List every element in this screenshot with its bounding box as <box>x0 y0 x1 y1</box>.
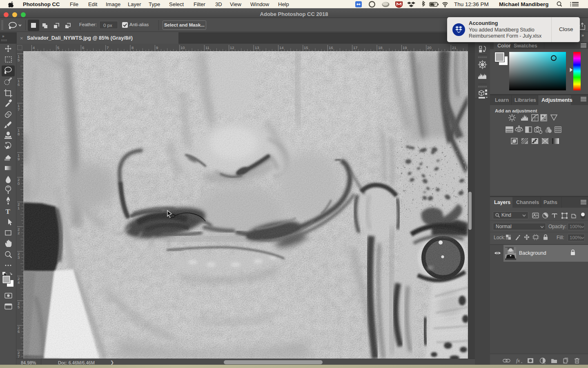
svg-text:fx: fx <box>516 357 520 364</box>
svg-text:15: 15 <box>304 45 308 50</box>
svg-text:5: 5 <box>18 305 20 309</box>
svg-text:20: 20 <box>427 45 432 50</box>
svg-text:3: 3 <box>18 255 20 260</box>
svg-text:6: 6 <box>82 45 84 50</box>
svg-text:2: 2 <box>18 231 20 235</box>
svg-text:13: 13 <box>255 45 259 50</box>
svg-text:7: 7 <box>18 354 20 359</box>
svg-text:18: 18 <box>378 45 383 50</box>
svg-text:0: 0 <box>18 181 20 186</box>
svg-text:19: 19 <box>403 45 407 50</box>
svg-text:12: 12 <box>230 45 234 50</box>
svg-text:21: 21 <box>452 45 457 50</box>
svg-text:11: 11 <box>205 45 209 50</box>
svg-text:1: 1 <box>18 206 20 210</box>
svg-text:T: T <box>6 208 11 215</box>
svg-text:6: 6 <box>18 329 20 334</box>
svg-text:4: 4 <box>18 280 20 285</box>
svg-text:10: 10 <box>180 45 185 50</box>
svg-text:5: 5 <box>18 58 20 62</box>
svg-text:9: 9 <box>18 157 20 161</box>
svg-text:8: 8 <box>131 45 134 50</box>
svg-text:7: 7 <box>18 107 20 112</box>
svg-text:14: 14 <box>279 45 284 50</box>
svg-text:4: 4 <box>33 45 35 50</box>
svg-text:6: 6 <box>18 82 20 87</box>
svg-text:9: 9 <box>156 45 158 50</box>
svg-text:17: 17 <box>353 45 358 50</box>
svg-text:5: 5 <box>57 45 59 50</box>
svg-text:7: 7 <box>107 45 109 50</box>
svg-text:16: 16 <box>329 45 333 50</box>
svg-text:8: 8 <box>18 132 20 136</box>
